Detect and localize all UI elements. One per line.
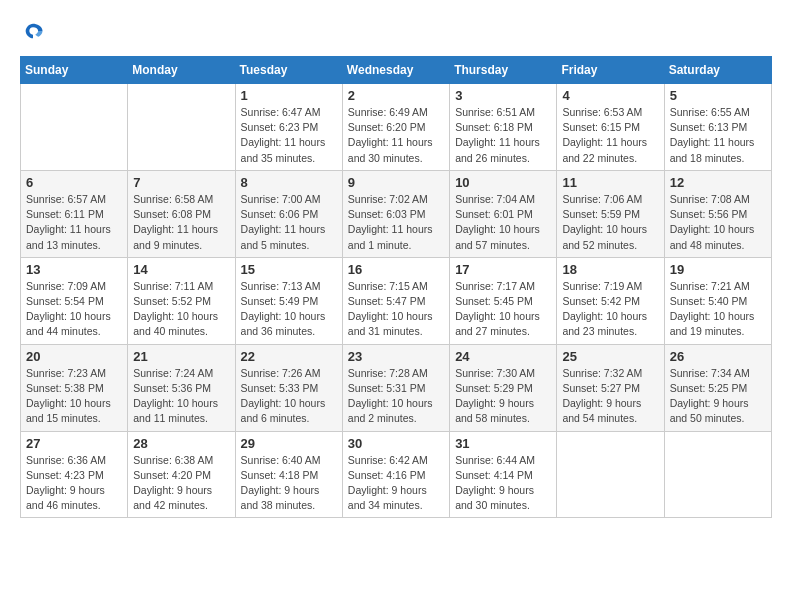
day-number: 15 (241, 262, 337, 277)
calendar-cell: 14Sunrise: 7:11 AMSunset: 5:52 PMDayligh… (128, 257, 235, 344)
logo (20, 20, 46, 46)
day-info: Sunrise: 7:11 AMSunset: 5:52 PMDaylight:… (133, 279, 229, 340)
day-info: Sunrise: 7:04 AMSunset: 6:01 PMDaylight:… (455, 192, 551, 253)
logo-icon (22, 20, 44, 42)
day-number: 10 (455, 175, 551, 190)
day-number: 24 (455, 349, 551, 364)
day-number: 12 (670, 175, 766, 190)
day-info: Sunrise: 7:28 AMSunset: 5:31 PMDaylight:… (348, 366, 444, 427)
calendar-cell: 5Sunrise: 6:55 AMSunset: 6:13 PMDaylight… (664, 84, 771, 171)
calendar-cell: 29Sunrise: 6:40 AMSunset: 4:18 PMDayligh… (235, 431, 342, 518)
day-number: 16 (348, 262, 444, 277)
day-info: Sunrise: 6:51 AMSunset: 6:18 PMDaylight:… (455, 105, 551, 166)
calendar-cell: 27Sunrise: 6:36 AMSunset: 4:23 PMDayligh… (21, 431, 128, 518)
calendar-cell: 10Sunrise: 7:04 AMSunset: 6:01 PMDayligh… (450, 170, 557, 257)
calendar-cell: 2Sunrise: 6:49 AMSunset: 6:20 PMDaylight… (342, 84, 449, 171)
calendar-cell: 19Sunrise: 7:21 AMSunset: 5:40 PMDayligh… (664, 257, 771, 344)
day-info: Sunrise: 7:17 AMSunset: 5:45 PMDaylight:… (455, 279, 551, 340)
day-number: 25 (562, 349, 658, 364)
day-number: 29 (241, 436, 337, 451)
day-info: Sunrise: 7:23 AMSunset: 5:38 PMDaylight:… (26, 366, 122, 427)
day-number: 14 (133, 262, 229, 277)
calendar-week-row: 27Sunrise: 6:36 AMSunset: 4:23 PMDayligh… (21, 431, 772, 518)
day-info: Sunrise: 6:47 AMSunset: 6:23 PMDaylight:… (241, 105, 337, 166)
day-number: 23 (348, 349, 444, 364)
day-info: Sunrise: 7:24 AMSunset: 5:36 PMDaylight:… (133, 366, 229, 427)
day-info: Sunrise: 7:32 AMSunset: 5:27 PMDaylight:… (562, 366, 658, 427)
day-info: Sunrise: 6:42 AMSunset: 4:16 PMDaylight:… (348, 453, 444, 514)
day-info: Sunrise: 7:19 AMSunset: 5:42 PMDaylight:… (562, 279, 658, 340)
day-number: 6 (26, 175, 122, 190)
calendar-cell: 20Sunrise: 7:23 AMSunset: 5:38 PMDayligh… (21, 344, 128, 431)
calendar-cell (21, 84, 128, 171)
day-info: Sunrise: 7:13 AMSunset: 5:49 PMDaylight:… (241, 279, 337, 340)
weekday-header-sunday: Sunday (21, 57, 128, 84)
calendar-cell: 16Sunrise: 7:15 AMSunset: 5:47 PMDayligh… (342, 257, 449, 344)
calendar-cell: 25Sunrise: 7:32 AMSunset: 5:27 PMDayligh… (557, 344, 664, 431)
day-info: Sunrise: 7:34 AMSunset: 5:25 PMDaylight:… (670, 366, 766, 427)
calendar-week-row: 1Sunrise: 6:47 AMSunset: 6:23 PMDaylight… (21, 84, 772, 171)
day-info: Sunrise: 7:30 AMSunset: 5:29 PMDaylight:… (455, 366, 551, 427)
day-number: 4 (562, 88, 658, 103)
page-header (20, 20, 772, 46)
calendar-cell: 22Sunrise: 7:26 AMSunset: 5:33 PMDayligh… (235, 344, 342, 431)
weekday-header-saturday: Saturday (664, 57, 771, 84)
calendar-cell: 30Sunrise: 6:42 AMSunset: 4:16 PMDayligh… (342, 431, 449, 518)
day-number: 19 (670, 262, 766, 277)
day-info: Sunrise: 6:53 AMSunset: 6:15 PMDaylight:… (562, 105, 658, 166)
weekday-header-wednesday: Wednesday (342, 57, 449, 84)
day-number: 20 (26, 349, 122, 364)
day-number: 27 (26, 436, 122, 451)
calendar-cell: 15Sunrise: 7:13 AMSunset: 5:49 PMDayligh… (235, 257, 342, 344)
day-info: Sunrise: 7:26 AMSunset: 5:33 PMDaylight:… (241, 366, 337, 427)
calendar-cell: 26Sunrise: 7:34 AMSunset: 5:25 PMDayligh… (664, 344, 771, 431)
day-info: Sunrise: 6:40 AMSunset: 4:18 PMDaylight:… (241, 453, 337, 514)
calendar-cell: 3Sunrise: 6:51 AMSunset: 6:18 PMDaylight… (450, 84, 557, 171)
weekday-header-tuesday: Tuesday (235, 57, 342, 84)
calendar-cell: 18Sunrise: 7:19 AMSunset: 5:42 PMDayligh… (557, 257, 664, 344)
day-info: Sunrise: 7:06 AMSunset: 5:59 PMDaylight:… (562, 192, 658, 253)
day-info: Sunrise: 7:08 AMSunset: 5:56 PMDaylight:… (670, 192, 766, 253)
weekday-header-monday: Monday (128, 57, 235, 84)
calendar-cell (664, 431, 771, 518)
day-info: Sunrise: 7:02 AMSunset: 6:03 PMDaylight:… (348, 192, 444, 253)
day-info: Sunrise: 6:57 AMSunset: 6:11 PMDaylight:… (26, 192, 122, 253)
calendar-cell: 9Sunrise: 7:02 AMSunset: 6:03 PMDaylight… (342, 170, 449, 257)
calendar-cell: 13Sunrise: 7:09 AMSunset: 5:54 PMDayligh… (21, 257, 128, 344)
calendar-cell (128, 84, 235, 171)
calendar-cell: 28Sunrise: 6:38 AMSunset: 4:20 PMDayligh… (128, 431, 235, 518)
day-number: 31 (455, 436, 551, 451)
calendar-cell: 21Sunrise: 7:24 AMSunset: 5:36 PMDayligh… (128, 344, 235, 431)
day-number: 1 (241, 88, 337, 103)
calendar-cell: 8Sunrise: 7:00 AMSunset: 6:06 PMDaylight… (235, 170, 342, 257)
calendar-cell (557, 431, 664, 518)
day-number: 17 (455, 262, 551, 277)
calendar-cell: 24Sunrise: 7:30 AMSunset: 5:29 PMDayligh… (450, 344, 557, 431)
day-number: 13 (26, 262, 122, 277)
day-number: 30 (348, 436, 444, 451)
day-info: Sunrise: 6:49 AMSunset: 6:20 PMDaylight:… (348, 105, 444, 166)
calendar-week-row: 6Sunrise: 6:57 AMSunset: 6:11 PMDaylight… (21, 170, 772, 257)
weekday-header-thursday: Thursday (450, 57, 557, 84)
day-info: Sunrise: 6:38 AMSunset: 4:20 PMDaylight:… (133, 453, 229, 514)
calendar-cell: 17Sunrise: 7:17 AMSunset: 5:45 PMDayligh… (450, 257, 557, 344)
day-number: 8 (241, 175, 337, 190)
day-number: 9 (348, 175, 444, 190)
day-number: 7 (133, 175, 229, 190)
day-info: Sunrise: 7:15 AMSunset: 5:47 PMDaylight:… (348, 279, 444, 340)
day-number: 28 (133, 436, 229, 451)
day-info: Sunrise: 7:21 AMSunset: 5:40 PMDaylight:… (670, 279, 766, 340)
calendar-cell: 1Sunrise: 6:47 AMSunset: 6:23 PMDaylight… (235, 84, 342, 171)
calendar-cell: 12Sunrise: 7:08 AMSunset: 5:56 PMDayligh… (664, 170, 771, 257)
day-number: 5 (670, 88, 766, 103)
day-info: Sunrise: 7:09 AMSunset: 5:54 PMDaylight:… (26, 279, 122, 340)
day-number: 26 (670, 349, 766, 364)
day-info: Sunrise: 6:36 AMSunset: 4:23 PMDaylight:… (26, 453, 122, 514)
calendar-cell: 23Sunrise: 7:28 AMSunset: 5:31 PMDayligh… (342, 344, 449, 431)
day-info: Sunrise: 6:58 AMSunset: 6:08 PMDaylight:… (133, 192, 229, 253)
day-number: 3 (455, 88, 551, 103)
day-info: Sunrise: 7:00 AMSunset: 6:06 PMDaylight:… (241, 192, 337, 253)
calendar-week-row: 20Sunrise: 7:23 AMSunset: 5:38 PMDayligh… (21, 344, 772, 431)
day-number: 2 (348, 88, 444, 103)
calendar-table: SundayMondayTuesdayWednesdayThursdayFrid… (20, 56, 772, 518)
